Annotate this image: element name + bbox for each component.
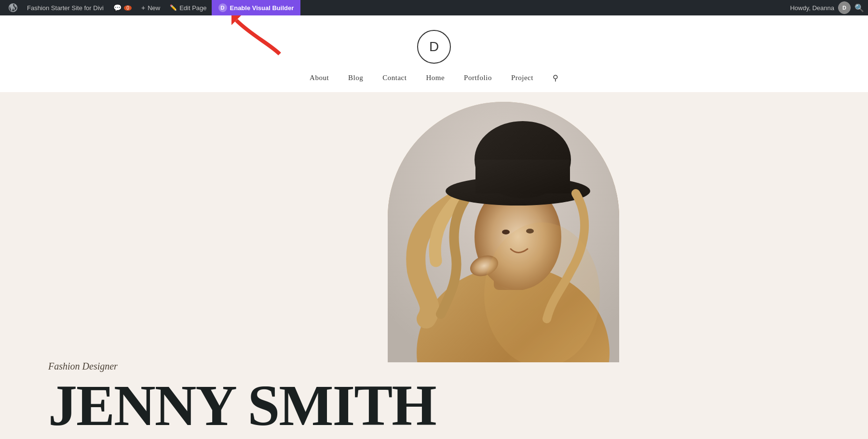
- edit-page-button[interactable]: ✏️ Edit Page: [165, 0, 211, 15]
- admin-search-icon[interactable]: 🔍: [854, 3, 864, 13]
- new-button[interactable]: + New: [136, 0, 165, 15]
- user-avatar[interactable]: D: [838, 1, 851, 14]
- svg-point-5: [502, 230, 510, 234]
- howdy-text: Howdy, Deanna: [790, 4, 834, 12]
- wp-logo-button[interactable]: [4, 0, 22, 15]
- hero-portrait: [388, 102, 619, 362]
- nav-home[interactable]: Home: [426, 74, 445, 82]
- site-name-button[interactable]: Fashion Starter Site for Divi: [22, 0, 108, 15]
- new-label: New: [148, 4, 160, 12]
- site-navigation: About Blog Contact Home Portfolio Projec…: [310, 73, 558, 82]
- svg-point-11: [484, 222, 600, 362]
- nav-search-icon[interactable]: ⚲: [553, 73, 558, 82]
- nav-portfolio[interactable]: Portfolio: [464, 74, 492, 82]
- hero-text-area: Fashion Designer JENNY SMITH: [48, 361, 436, 439]
- comments-button[interactable]: 💬 0: [108, 0, 136, 15]
- enable-visual-builder-button[interactable]: D Enable Visual Builder: [212, 0, 301, 15]
- divi-logo-circle: D: [218, 3, 227, 12]
- divi-letter: D: [221, 5, 225, 11]
- enable-builder-label: Enable Visual Builder: [230, 4, 294, 12]
- edit-page-label: Edit Page: [179, 4, 206, 12]
- admin-bar-right: Howdy, Deanna D 🔍: [790, 1, 864, 14]
- comment-icon: 💬: [113, 4, 122, 12]
- comment-count: 0: [124, 5, 132, 11]
- site-wrapper: D About Blog Contact Home Portfolio Proj…: [0, 15, 868, 439]
- site-name-label: Fashion Starter Site for Divi: [27, 4, 104, 12]
- svg-rect-9: [475, 160, 570, 193]
- admin-bar-left: Fashion Starter Site for Divi 💬 0 + New …: [4, 0, 790, 15]
- plus-icon: +: [141, 4, 145, 12]
- logo-letter: D: [429, 39, 439, 55]
- hero-name: JENNY SMITH: [48, 377, 436, 435]
- hero-subtitle: Fashion Designer: [48, 361, 436, 372]
- site-header: D About Blog Contact Home Portfolio Proj…: [0, 15, 868, 92]
- nav-blog[interactable]: Blog: [348, 74, 363, 82]
- admin-bar: Fashion Starter Site for Divi 💬 0 + New …: [0, 0, 868, 15]
- nav-contact[interactable]: Contact: [382, 74, 407, 82]
- nav-about[interactable]: About: [310, 74, 329, 82]
- nav-project[interactable]: Project: [511, 74, 533, 82]
- site-logo[interactable]: D: [417, 30, 451, 64]
- hero-section: Fashion Designer JENNY SMITH: [0, 92, 868, 439]
- pencil-icon: ✏️: [170, 4, 177, 11]
